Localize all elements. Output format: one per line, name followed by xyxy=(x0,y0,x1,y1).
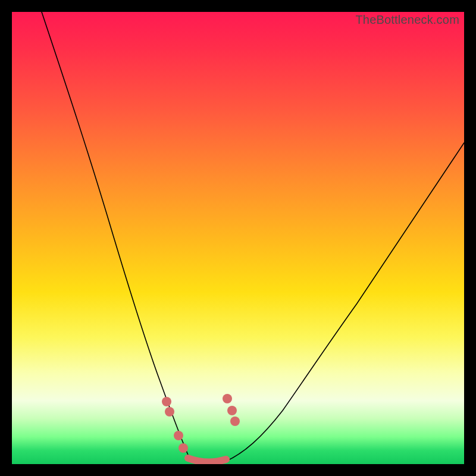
marker-dot xyxy=(174,431,183,440)
valley-floor xyxy=(188,458,226,462)
marker-dot xyxy=(230,416,240,426)
chart-svg xyxy=(12,12,464,464)
curve-left xyxy=(42,12,190,461)
curve-right xyxy=(225,143,464,462)
marker-dot xyxy=(227,406,237,415)
marker-dot xyxy=(162,397,171,406)
marker-dot xyxy=(178,443,188,453)
marker-dot xyxy=(165,407,174,416)
chart-frame: TheBottleneck.com xyxy=(12,12,464,464)
marker-dot xyxy=(223,394,232,403)
